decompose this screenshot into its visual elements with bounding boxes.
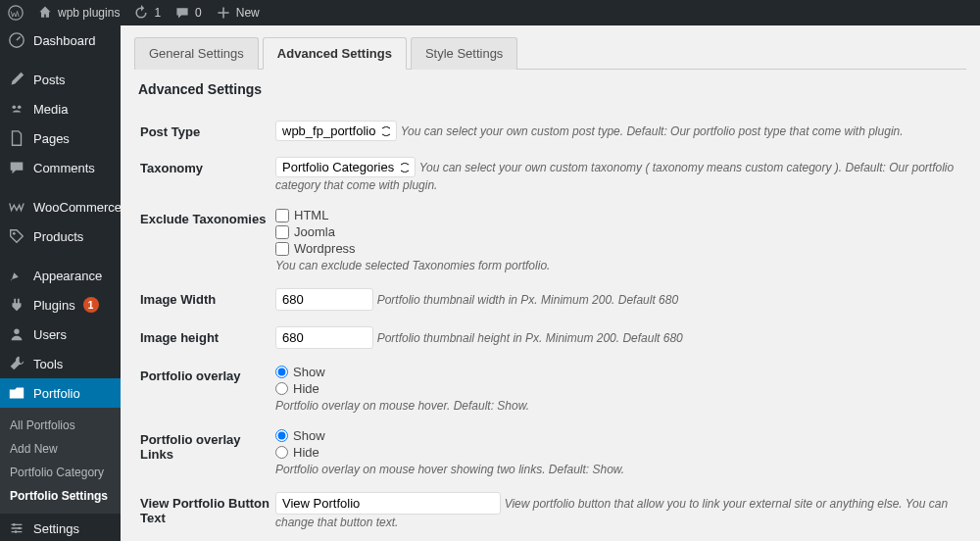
label-button-text: View Portfolio Button Text [136,482,273,533]
site-name[interactable]: wpb plugins [37,5,120,21]
menu-posts[interactable]: Posts [0,65,121,94]
menu-pages[interactable]: Pages [0,123,121,153]
label-exclude: Exclude Taxonomies [136,198,273,276]
label-overlay: Portfolio overlay [136,355,273,417]
menu-appearance[interactable]: Appearance [0,261,121,290]
submenu-portfolio: All Portfolios Add New Portfolio Categor… [0,408,121,514]
desc-post-type: You can select your own custom post type… [401,124,904,138]
desc-overlay: Portfolio overlay on mouse hover. Defaul… [275,399,964,413]
radio-overlay-hide[interactable] [275,382,288,395]
desc-overlay-links: Portfolio overlay on mouse hover showing… [275,463,964,476]
menu-tools[interactable]: Tools [0,349,121,378]
menu-settings[interactable]: Settings [0,514,121,541]
svg-point-5 [14,329,19,334]
svg-point-3 [18,105,22,109]
check-html[interactable] [275,209,289,222]
admin-bar: wpb plugins 1 0 New [0,0,980,25]
input-width[interactable] [275,288,373,311]
submenu-portfolio-settings[interactable]: Portfolio Settings [0,484,121,508]
check-joomla[interactable] [275,225,289,239]
label-height: Image height [136,317,273,353]
submenu-portfolio-category[interactable]: Portfolio Category [0,461,121,484]
comments-link[interactable]: 0 [174,5,202,21]
menu-products[interactable]: Products [0,221,121,251]
settings-tabs: General Settings Advanced Settings Style… [134,37,966,70]
menu-woocommerce[interactable]: WooCommerce [0,192,121,221]
tab-general[interactable]: General Settings [134,37,259,70]
label-overlay-links: Portfolio overlay Links [136,418,273,480]
label-taxonomy: Taxonomy [136,147,273,196]
select-taxonomy[interactable]: Portfolio Categories [275,157,416,177]
tab-advanced[interactable]: Advanced Settings [263,37,407,70]
label-width: Image Width [136,278,273,315]
submenu-add-new[interactable]: Add New [0,437,121,461]
svg-point-4 [13,232,16,235]
plugins-badge: 1 [83,297,99,313]
menu-plugins[interactable]: Plugins1 [0,290,121,320]
updates-link[interactable]: 1 [133,5,161,21]
svg-point-7 [18,527,21,530]
menu-dashboard[interactable]: Dashboard [0,25,121,55]
menu-portfolio[interactable]: Portfolio [0,378,121,408]
select-post-type[interactable]: wpb_fp_portfolio [275,121,397,141]
menu-comments[interactable]: Comments [0,153,121,182]
radio-overlay-links-hide[interactable] [275,446,288,459]
radio-overlay-show[interactable] [275,366,288,378]
input-height[interactable] [275,326,373,349]
main-content: General Settings Advanced Settings Style… [121,25,980,541]
desc-height: Portfolio thumbnail height in Px. Minimu… [377,331,683,345]
admin-sidebar: Dashboard Posts Media Pages Comments Woo… [0,25,121,541]
svg-point-8 [15,530,18,533]
wp-logo-icon[interactable] [8,5,24,21]
section-title: Advanced Settings [134,70,966,109]
desc-exclude: You can exclude selected Taxonomies form… [275,259,964,272]
svg-point-2 [13,105,17,109]
radio-overlay-links-show[interactable] [275,429,288,442]
tab-style[interactable]: Style Settings [411,37,518,70]
menu-media[interactable]: Media [0,94,121,123]
desc-width: Portfolio thumbnail width in Px. Minimum… [377,293,678,307]
new-link[interactable]: New [216,5,260,21]
input-button-text[interactable] [275,492,501,515]
svg-point-6 [13,523,16,526]
label-post-type: Post Type [136,111,273,145]
menu-users[interactable]: Users [0,320,121,349]
submenu-all-portfolios[interactable]: All Portfolios [0,414,121,437]
check-wordpress[interactable] [275,242,289,256]
